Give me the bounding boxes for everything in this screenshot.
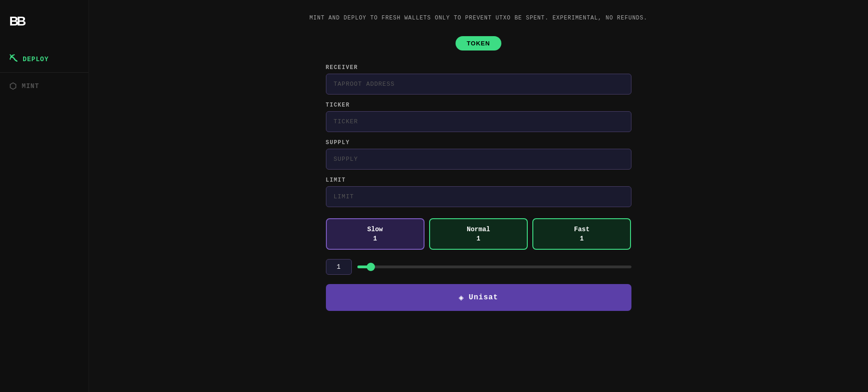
unisat-icon: ◈ [459,292,464,303]
fee-normal-label: Normal [467,226,490,233]
fee-normal-button[interactable]: Normal 1 [429,218,528,250]
fee-fast-button[interactable]: Fast 1 [532,218,631,250]
slider-thumb[interactable] [367,263,375,271]
token-button[interactable]: TOKEN [456,36,501,51]
main-content: MINT AND DEPLOY TO FRESH WALLETS ONLY TO… [89,0,868,392]
limit-label: LIMIT [326,177,631,183]
sidebar-item-deploy-label: DEPLOY [23,56,49,63]
form-container: RECEIVER TICKER SUPPLY LIMIT Slow 1 Norm… [326,64,631,311]
slider-value-display: 1 [326,259,352,275]
receiver-input[interactable] [326,74,631,95]
limit-group: LIMIT [326,177,631,207]
sidebar-item-mint[interactable]: ⬡ MINT [0,75,88,98]
slider-row: 1 [326,259,631,275]
ticker-label: TICKER [326,102,631,108]
fee-fast-label: Fast [574,226,590,233]
limit-input[interactable] [326,186,631,207]
sidebar-item-deploy[interactable]: ⛏ DEPLOY [0,48,88,70]
mint-icon: ⬡ [9,81,17,91]
supply-group: SUPPLY [326,139,631,170]
fee-slow-label: Slow [367,226,383,233]
logo: BB [0,9,33,48]
fee-fast-value: 1 [580,235,584,242]
receiver-group: RECEIVER [326,64,631,95]
nav-divider [0,72,88,73]
fee-slow-button[interactable]: Slow 1 [326,218,425,250]
sidebar-item-mint-label: MINT [22,82,39,90]
banner-text: MINT AND DEPLOY TO FRESH WALLETS ONLY TO… [310,9,648,36]
supply-input[interactable] [326,149,631,170]
slider-track[interactable] [357,266,631,268]
receiver-label: RECEIVER [326,64,631,71]
ticker-group: TICKER [326,102,631,132]
fee-buttons: Slow 1 Normal 1 Fast 1 [326,218,631,250]
supply-label: SUPPLY [326,139,631,146]
sidebar: BB ⛏ DEPLOY ⬡ MINT [0,0,89,392]
unisat-label: Unisat [469,293,499,302]
ticker-input[interactable] [326,111,631,132]
fee-slow-value: 1 [373,235,377,242]
fee-normal-value: 1 [476,235,480,242]
unisat-button[interactable]: ◈ Unisat [326,284,631,311]
deploy-icon: ⛏ [9,54,18,64]
